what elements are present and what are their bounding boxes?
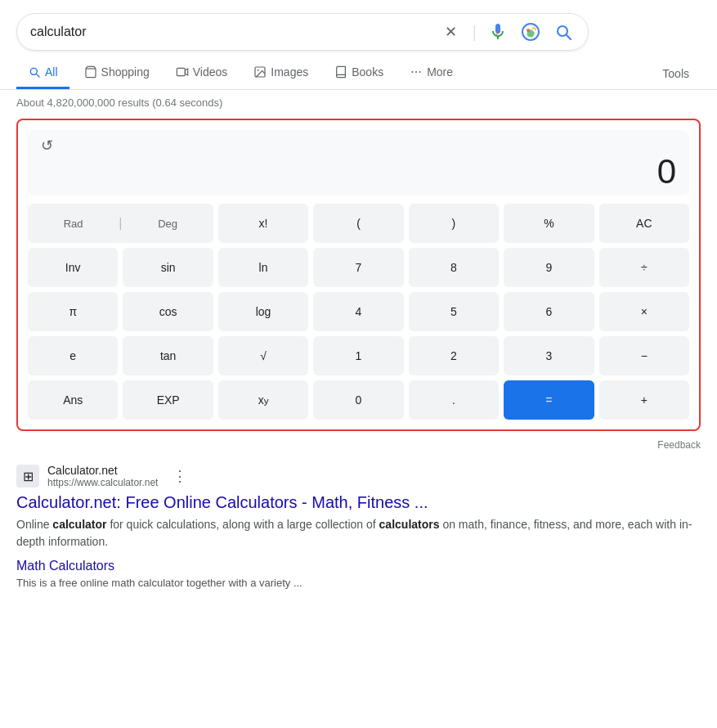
calc-btn-multiply[interactable]: × [599, 292, 689, 331]
calc-btn-percent[interactable]: % [504, 204, 594, 243]
search-query: calculator [30, 25, 86, 39]
calc-btn-2[interactable]: 2 [409, 336, 499, 375]
calc-btn-subtract[interactable]: − [599, 336, 689, 375]
results-info: About 4,820,000,000 results (0.64 second… [0, 90, 717, 115]
tab-more[interactable]: More [398, 57, 464, 89]
tab-books-label: Books [352, 65, 383, 79]
svg-rect-3 [177, 68, 185, 75]
calc-btn-5[interactable]: 5 [409, 292, 499, 331]
mic-icon[interactable] [486, 20, 509, 43]
tab-videos-label: Videos [193, 65, 228, 79]
search-result: ⊞ Calculator.net https://www.calculator.… [0, 457, 717, 598]
tab-books[interactable]: Books [323, 57, 395, 89]
nav-tabs: All Shopping Videos Images Books [0, 51, 717, 90]
calc-btn-log[interactable]: log [218, 292, 308, 331]
lens-icon[interactable] [519, 20, 542, 43]
calc-btn-deg: Deg [123, 206, 213, 241]
calc-btn-open-paren[interactable]: ( [313, 204, 403, 243]
tab-shopping[interactable]: Shopping [73, 57, 161, 89]
calc-btn-power[interactable]: xy [218, 380, 308, 420]
calc-btn-equals[interactable]: = [504, 380, 594, 420]
result-options-icon[interactable]: ⋮ [173, 467, 187, 485]
search-submit-icon[interactable] [552, 20, 575, 43]
svg-point-6 [411, 71, 413, 73]
calc-btn-ln[interactable]: ln [218, 248, 308, 287]
tab-images[interactable]: Images [242, 57, 320, 89]
calc-btn-e[interactable]: e [28, 336, 118, 375]
calc-btn-sin[interactable]: sin [123, 248, 213, 287]
feedback-link[interactable]: Feedback [0, 438, 717, 457]
calc-buttons: Rad | Deg x! ( ) % AC Inv sin ln 7 8 9 ÷… [28, 204, 689, 420]
tools-button[interactable]: Tools [651, 59, 701, 88]
result-site-details: Calculator.net https://www.calculator.ne… [47, 464, 158, 488]
tab-all[interactable]: All [16, 57, 69, 89]
calc-btn-3[interactable]: 3 [504, 336, 594, 375]
calc-display: ↺ 0 [28, 130, 689, 195]
result-site-name: Calculator.net [47, 464, 158, 477]
calc-btn-8[interactable]: 8 [409, 248, 499, 287]
calc-btn-pi[interactable]: π [28, 292, 118, 331]
videos-icon [176, 65, 189, 79]
calc-btn-add[interactable]: + [599, 380, 689, 420]
calc-btn-factorial[interactable]: x! [218, 204, 308, 243]
calc-btn-decimal[interactable]: . [409, 380, 499, 420]
calc-history-icon[interactable]: ↺ [41, 137, 676, 155]
calc-btn-tan[interactable]: tan [123, 336, 213, 375]
calc-btn-rad-deg[interactable]: Rad | Deg [28, 204, 213, 243]
shopping-icon [84, 65, 97, 79]
result-snippet: Online calculator for quick calculations… [16, 516, 701, 550]
calc-btn-6[interactable]: 6 [504, 292, 594, 331]
calc-btn-ac[interactable]: AC [599, 204, 689, 243]
svg-point-7 [415, 71, 417, 73]
calc-btn-cos[interactable]: cos [123, 292, 213, 331]
calc-btn-1[interactable]: 1 [313, 336, 403, 375]
tab-all-label: All [45, 65, 58, 79]
result-title[interactable]: Calculator.net: Free Online Calculators … [16, 492, 701, 513]
calc-btn-rad: Rad [28, 206, 119, 241]
calc-btn-0[interactable]: 0 [313, 380, 403, 420]
svg-point-1 [527, 29, 530, 32]
svg-point-8 [419, 71, 421, 73]
clear-icon[interactable]: ✕ [440, 20, 463, 43]
calc-btn-sqrt[interactable]: √ [218, 336, 308, 375]
divider: | [473, 23, 477, 42]
calc-btn-exp[interactable]: EXP [123, 380, 213, 420]
svg-point-5 [258, 70, 259, 71]
calculator-widget: ↺ 0 Rad | Deg x! ( ) % AC Inv sin ln 7 8… [16, 119, 701, 431]
more-dots-icon [410, 65, 423, 79]
all-icon [28, 65, 41, 79]
search-bar-container: calculator ✕ | [0, 0, 717, 51]
calc-btn-inv[interactable]: Inv [28, 248, 118, 287]
books-icon [334, 65, 347, 79]
result-favicon: ⊞ [16, 465, 39, 488]
tab-videos[interactable]: Videos [164, 57, 240, 89]
calc-btn-7[interactable]: 7 [313, 248, 403, 287]
result-subsnippet: This is a free online math calculator to… [16, 575, 701, 591]
calc-btn-close-paren[interactable]: ) [409, 204, 499, 243]
images-icon [253, 65, 267, 79]
result-site-info-row: ⊞ Calculator.net https://www.calculator.… [16, 464, 701, 488]
calc-btn-9[interactable]: 9 [504, 248, 594, 287]
tab-more-label: More [427, 65, 453, 79]
result-sublink-title[interactable]: Math Calculators [16, 559, 701, 573]
tab-shopping-label: Shopping [101, 65, 150, 79]
calc-btn-4[interactable]: 4 [313, 292, 403, 331]
calc-result: 0 [41, 155, 676, 189]
result-site-url: https://www.calculator.net [47, 477, 158, 488]
calc-btn-divide[interactable]: ÷ [599, 248, 689, 287]
calc-btn-ans[interactable]: Ans [28, 380, 118, 420]
search-bar: calculator ✕ | [16, 13, 589, 51]
tab-images-label: Images [271, 65, 308, 79]
